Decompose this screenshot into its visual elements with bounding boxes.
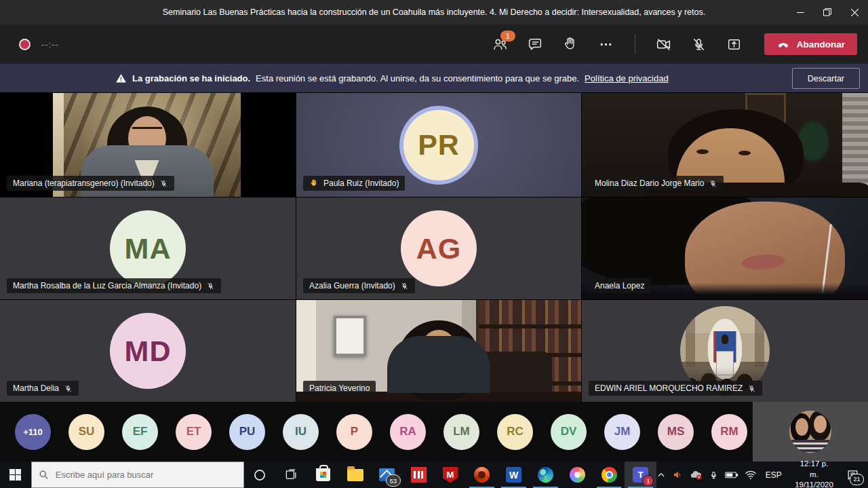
action-center-button[interactable]: 21 xyxy=(844,466,861,484)
participant-tile-patricia[interactable]: Patricia Yeverino xyxy=(296,300,581,402)
task-view-button[interactable] xyxy=(275,462,307,488)
taskbar-app-office[interactable] xyxy=(466,462,498,488)
system-tray: ESP 12:17 p. m. 19/11/2020 21 xyxy=(656,462,868,488)
leave-meeting-button[interactable]: Abandonar xyxy=(764,33,857,55)
participant-name: Mariana (terapiatransgenero) (Invitado) xyxy=(13,179,155,188)
taskbar-app-chrome[interactable] xyxy=(593,462,625,488)
notification-badge: 21 xyxy=(850,474,864,485)
wifi-icon[interactable] xyxy=(745,470,757,480)
mic-off-icon xyxy=(206,282,215,290)
taskbar-app-teams[interactable]: T1 xyxy=(625,462,656,488)
participant-name: Patricia Yeverino xyxy=(309,383,370,393)
participant-name-label: Martha Rosalba de la Luz Garcia Almanza … xyxy=(7,278,221,293)
minimize-icon[interactable] xyxy=(787,0,814,24)
participant-chip[interactable]: RA xyxy=(390,414,426,450)
participant-tile-martha-delia[interactable]: MD Martha Delia xyxy=(0,300,296,402)
mic-off-icon xyxy=(400,282,409,290)
battery-icon[interactable] xyxy=(725,470,738,480)
participant-name-label: Molina Diaz Dario Jorge Mario xyxy=(589,176,724,191)
cortana-button[interactable] xyxy=(244,462,276,488)
taskbar-app-mail[interactable]: 53 xyxy=(371,462,403,488)
mic-off-icon xyxy=(64,384,73,393)
microphone-icon[interactable] xyxy=(709,470,719,481)
mic-off-icon[interactable] xyxy=(690,35,709,54)
self-view-tile[interactable] xyxy=(753,402,868,462)
camera-off-icon[interactable] xyxy=(654,35,673,54)
chat-icon[interactable] xyxy=(526,35,545,54)
taskbar-app-paint3d[interactable] xyxy=(561,462,593,488)
participants-badge: 1 xyxy=(500,31,515,41)
hang-up-icon xyxy=(776,37,790,51)
participants-icon[interactable]: 1 xyxy=(491,35,510,54)
tray-expand-icon[interactable] xyxy=(656,470,666,480)
participant-chip[interactable]: PU xyxy=(229,414,265,450)
start-button[interactable] xyxy=(0,462,31,488)
participant-name: Azalia Guerra (Invitado) xyxy=(309,281,395,290)
recording-banner-title: La grabación se ha iniciado. xyxy=(132,73,250,83)
scene-shape xyxy=(686,318,695,367)
taskbar-search[interactable] xyxy=(31,462,244,488)
taskbar-app-word[interactable]: W xyxy=(498,462,530,488)
participant-name: Anaela Lopez xyxy=(595,281,644,290)
avatar: PR xyxy=(403,110,474,181)
share-screen-icon[interactable] xyxy=(725,35,744,54)
participant-chip[interactable]: SU xyxy=(68,414,104,450)
participant-chip[interactable]: DV xyxy=(551,414,587,450)
taskbar-app-mcafee[interactable]: M xyxy=(435,462,467,488)
participant-chip[interactable]: EF xyxy=(122,414,158,450)
participant-tile-mariana[interactable]: Mariana (terapiatransgenero) (Invitado) xyxy=(0,93,296,197)
taskbar-app-red-bars[interactable] xyxy=(403,462,435,488)
participant-tile-martha-rosalba[interactable]: MA Martha Rosalba de la Luz Garcia Alman… xyxy=(0,198,296,299)
warning-icon xyxy=(115,73,127,84)
participant-chip[interactable]: JM xyxy=(604,414,640,450)
raise-hand-icon[interactable] xyxy=(561,35,580,54)
dismiss-button[interactable]: Descartar xyxy=(792,68,860,89)
taskbar-app-store[interactable] xyxy=(307,462,339,488)
participant-chip[interactable]: LM xyxy=(443,414,479,450)
task-view-icon xyxy=(285,468,298,481)
scene-shape xyxy=(132,127,162,134)
participant-name-label: Patricia Yeverino xyxy=(303,381,376,396)
more-participants-chip[interactable]: +110 xyxy=(15,414,51,450)
participant-chip[interactable]: IU xyxy=(283,414,319,450)
onedrive-error-icon[interactable] xyxy=(690,469,703,481)
language-indicator[interactable]: ESP xyxy=(763,470,785,480)
participant-name: Martha Delia xyxy=(13,383,59,393)
recording-banner-content: La grabación se ha iniciado. Esta reunió… xyxy=(115,73,669,84)
participant-tile-anaela[interactable]: Anaela Lopez xyxy=(582,198,868,299)
participant-tile-paula[interactable]: PR Paula Ruiz (Invitado) xyxy=(296,93,581,197)
participant-tile-molina[interactable]: Molina Diaz Dario Jorge Mario xyxy=(582,93,868,197)
clock[interactable]: 12:17 p. m. 19/11/2020 xyxy=(791,459,837,488)
participant-chip[interactable]: P xyxy=(336,414,372,450)
participant-name: Molina Diaz Dario Jorge Mario xyxy=(595,179,704,188)
scene-shape xyxy=(842,93,868,197)
toolbar-divider xyxy=(635,34,635,54)
clock-time: 12:17 p. m. xyxy=(795,459,833,480)
scene-shape xyxy=(722,335,728,344)
recording-banner-text: Esta reunión se está grabando. Al unirse… xyxy=(256,73,579,83)
mic-off-icon xyxy=(709,179,717,188)
scene-shape xyxy=(696,149,709,154)
participant-chip[interactable]: MS xyxy=(658,414,694,450)
taskbar-app-file-explorer[interactable] xyxy=(339,462,371,488)
recording-banner: La grabación se ha iniciado. Esta reunió… xyxy=(0,64,868,92)
chrome-icon xyxy=(601,467,617,483)
red-bars-app-icon xyxy=(411,467,427,483)
participant-name-label: Martha Delia xyxy=(7,381,79,396)
participant-tile-edwin[interactable]: EDWIN ARIEL MORQUECHO RAMIREZ xyxy=(582,300,868,402)
taskbar-app-edge[interactable] xyxy=(530,462,561,488)
search-icon xyxy=(39,470,49,480)
participant-name: Paula Ruiz (Invitado) xyxy=(323,179,399,188)
search-input[interactable] xyxy=(54,469,220,481)
participant-name-label: EDWIN ARIEL MORQUECHO RAMIREZ xyxy=(589,381,762,396)
scene-shape xyxy=(334,316,366,356)
restore-icon[interactable] xyxy=(814,0,841,24)
more-options-icon[interactable] xyxy=(597,35,616,54)
participant-chip[interactable]: RM xyxy=(711,414,747,450)
participant-chip[interactable]: RC xyxy=(497,414,533,450)
privacy-policy-link[interactable]: Política de privacidad xyxy=(585,73,669,83)
volume-icon[interactable] xyxy=(672,469,684,481)
close-icon[interactable] xyxy=(841,0,868,24)
participant-chip[interactable]: ET xyxy=(176,414,212,450)
participant-tile-azalia[interactable]: AG Azalia Guerra (Invitado) xyxy=(296,198,581,299)
